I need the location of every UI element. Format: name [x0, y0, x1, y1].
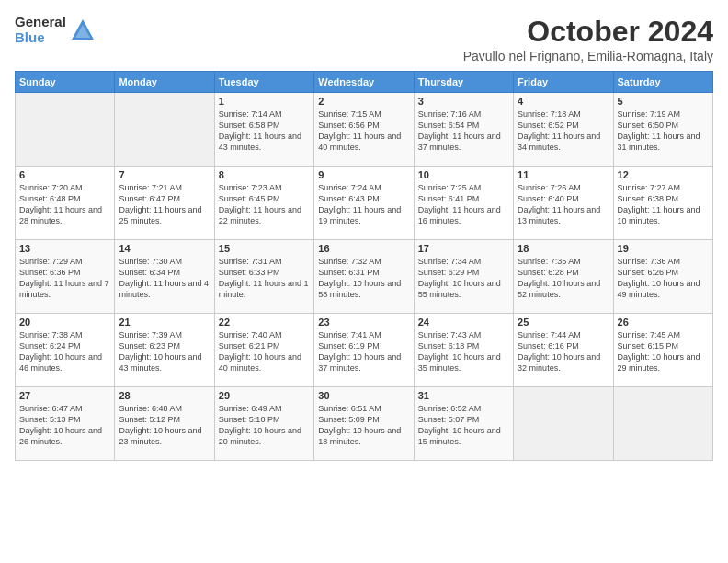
day-info: Sunrise: 6:49 AMSunset: 5:10 PMDaylight:…: [219, 403, 310, 448]
day-info: Sunrise: 7:24 AMSunset: 6:43 PMDaylight:…: [318, 182, 409, 227]
day-info: Sunrise: 7:18 AMSunset: 6:52 PMDaylight:…: [518, 109, 609, 154]
calendar-cell: 13Sunrise: 7:29 AMSunset: 6:36 PMDayligh…: [16, 240, 115, 314]
day-number: 10: [418, 169, 509, 180]
day-number: 3: [418, 96, 509, 107]
calendar-cell: 2Sunrise: 7:15 AMSunset: 6:56 PMDaylight…: [314, 93, 414, 167]
calendar-cell: 4Sunrise: 7:18 AMSunset: 6:52 PMDaylight…: [514, 93, 613, 167]
day-info: Sunrise: 7:38 AMSunset: 6:24 PMDaylight:…: [19, 329, 110, 374]
calendar-cell: 16Sunrise: 7:32 AMSunset: 6:31 PMDayligh…: [314, 240, 414, 314]
title-block: October 2024 Pavullo nel Frignano, Emili…: [463, 15, 713, 63]
calendar-cell: 15Sunrise: 7:31 AMSunset: 6:33 PMDayligh…: [214, 240, 313, 314]
day-number: 12: [618, 169, 709, 180]
calendar-cell: 29Sunrise: 6:49 AMSunset: 5:10 PMDayligh…: [214, 387, 313, 461]
calendar-week-2: 6Sunrise: 7:20 AMSunset: 6:48 PMDaylight…: [16, 167, 713, 240]
day-info: Sunrise: 7:23 AMSunset: 6:45 PMDaylight:…: [219, 182, 310, 227]
header-tuesday: Tuesday: [214, 72, 313, 93]
day-info: Sunrise: 7:36 AMSunset: 6:26 PMDaylight:…: [618, 256, 709, 301]
day-info: Sunrise: 7:21 AMSunset: 6:47 PMDaylight:…: [119, 182, 210, 227]
day-number: 2: [318, 96, 409, 107]
month-title: October 2024: [463, 15, 713, 49]
day-info: Sunrise: 6:52 AMSunset: 5:07 PMDaylight:…: [418, 403, 509, 448]
calendar-cell: 30Sunrise: 6:51 AMSunset: 5:09 PMDayligh…: [314, 387, 414, 461]
day-number: 15: [219, 243, 310, 254]
calendar-cell: [514, 387, 613, 461]
logo: General Blue: [15, 15, 96, 45]
day-number: 26: [618, 316, 709, 327]
day-number: 14: [119, 243, 210, 254]
day-number: 20: [19, 316, 110, 327]
calendar-cell: 1Sunrise: 7:14 AMSunset: 6:58 PMDaylight…: [214, 93, 313, 167]
day-number: 21: [119, 316, 210, 327]
calendar-cell: 6Sunrise: 7:20 AMSunset: 6:48 PMDaylight…: [16, 167, 115, 240]
calendar-cell: 20Sunrise: 7:38 AMSunset: 6:24 PMDayligh…: [16, 314, 115, 387]
header-saturday: Saturday: [613, 72, 712, 93]
logo-general: General: [15, 15, 66, 30]
calendar-week-3: 13Sunrise: 7:29 AMSunset: 6:36 PMDayligh…: [16, 240, 713, 314]
day-number: 5: [618, 96, 709, 107]
calendar-week-5: 27Sunrise: 6:47 AMSunset: 5:13 PMDayligh…: [16, 387, 713, 461]
day-info: Sunrise: 7:20 AMSunset: 6:48 PMDaylight:…: [19, 182, 110, 227]
calendar-cell: 22Sunrise: 7:40 AMSunset: 6:21 PMDayligh…: [214, 314, 313, 387]
day-number: 11: [518, 169, 609, 180]
calendar-cell: 18Sunrise: 7:35 AMSunset: 6:28 PMDayligh…: [514, 240, 613, 314]
day-number: 25: [518, 316, 609, 327]
calendar-cell: 5Sunrise: 7:19 AMSunset: 6:50 PMDaylight…: [613, 93, 712, 167]
day-info: Sunrise: 7:16 AMSunset: 6:54 PMDaylight:…: [418, 109, 509, 154]
calendar-cell: 10Sunrise: 7:25 AMSunset: 6:41 PMDayligh…: [414, 167, 513, 240]
day-info: Sunrise: 7:25 AMSunset: 6:41 PMDaylight:…: [418, 182, 509, 227]
calendar-cell: 12Sunrise: 7:27 AMSunset: 6:38 PMDayligh…: [613, 167, 712, 240]
day-info: Sunrise: 7:39 AMSunset: 6:23 PMDaylight:…: [119, 329, 210, 374]
day-info: Sunrise: 7:41 AMSunset: 6:19 PMDaylight:…: [318, 329, 409, 374]
calendar-cell: 25Sunrise: 7:44 AMSunset: 6:16 PMDayligh…: [514, 314, 613, 387]
logo-icon: [70, 17, 96, 43]
calendar-cell: 24Sunrise: 7:43 AMSunset: 6:18 PMDayligh…: [414, 314, 513, 387]
day-number: 27: [19, 390, 110, 401]
day-info: Sunrise: 7:45 AMSunset: 6:15 PMDaylight:…: [618, 329, 709, 374]
day-number: 6: [19, 169, 110, 180]
calendar-cell: 14Sunrise: 7:30 AMSunset: 6:34 PMDayligh…: [115, 240, 214, 314]
day-number: 19: [618, 243, 709, 254]
header-sunday: Sunday: [16, 72, 115, 93]
day-number: 29: [219, 390, 310, 401]
page-header: General Blue October 2024 Pavullo nel Fr…: [15, 15, 713, 63]
day-number: 13: [19, 243, 110, 254]
logo-blue: Blue: [15, 30, 66, 46]
calendar-cell: [115, 93, 214, 167]
calendar-cell: 28Sunrise: 6:48 AMSunset: 5:12 PMDayligh…: [115, 387, 214, 461]
header-thursday: Thursday: [414, 72, 513, 93]
calendar-cell: 3Sunrise: 7:16 AMSunset: 6:54 PMDaylight…: [414, 93, 513, 167]
day-info: Sunrise: 7:43 AMSunset: 6:18 PMDaylight:…: [418, 329, 509, 374]
calendar-cell: 9Sunrise: 7:24 AMSunset: 6:43 PMDaylight…: [314, 167, 414, 240]
day-info: Sunrise: 6:47 AMSunset: 5:13 PMDaylight:…: [19, 403, 110, 448]
day-number: 28: [119, 390, 210, 401]
day-info: Sunrise: 7:34 AMSunset: 6:29 PMDaylight:…: [418, 256, 509, 301]
calendar-week-1: 1Sunrise: 7:14 AMSunset: 6:58 PMDaylight…: [16, 93, 713, 167]
day-number: 17: [418, 243, 509, 254]
calendar-week-4: 20Sunrise: 7:38 AMSunset: 6:24 PMDayligh…: [16, 314, 713, 387]
day-number: 24: [418, 316, 509, 327]
day-number: 18: [518, 243, 609, 254]
day-info: Sunrise: 7:26 AMSunset: 6:40 PMDaylight:…: [518, 182, 609, 227]
day-number: 16: [318, 243, 409, 254]
day-info: Sunrise: 7:35 AMSunset: 6:28 PMDaylight:…: [518, 256, 609, 301]
calendar-cell: 21Sunrise: 7:39 AMSunset: 6:23 PMDayligh…: [115, 314, 214, 387]
location: Pavullo nel Frignano, Emilia-Romagna, It…: [463, 49, 713, 63]
calendar-cell: [16, 93, 115, 167]
calendar-cell: 11Sunrise: 7:26 AMSunset: 6:40 PMDayligh…: [514, 167, 613, 240]
day-number: 30: [318, 390, 409, 401]
calendar-cell: 8Sunrise: 7:23 AMSunset: 6:45 PMDaylight…: [214, 167, 313, 240]
day-info: Sunrise: 7:29 AMSunset: 6:36 PMDaylight:…: [19, 256, 110, 301]
calendar-cell: 17Sunrise: 7:34 AMSunset: 6:29 PMDayligh…: [414, 240, 513, 314]
calendar-cell: 19Sunrise: 7:36 AMSunset: 6:26 PMDayligh…: [613, 240, 712, 314]
day-number: 1: [219, 96, 310, 107]
day-info: Sunrise: 7:40 AMSunset: 6:21 PMDaylight:…: [219, 329, 310, 374]
calendar-cell: 31Sunrise: 6:52 AMSunset: 5:07 PMDayligh…: [414, 387, 513, 461]
day-number: 23: [318, 316, 409, 327]
day-info: Sunrise: 7:32 AMSunset: 6:31 PMDaylight:…: [318, 256, 409, 301]
day-number: 9: [318, 169, 409, 180]
calendar-cell: 27Sunrise: 6:47 AMSunset: 5:13 PMDayligh…: [16, 387, 115, 461]
day-info: Sunrise: 7:19 AMSunset: 6:50 PMDaylight:…: [618, 109, 709, 154]
day-info: Sunrise: 7:44 AMSunset: 6:16 PMDaylight:…: [518, 329, 609, 374]
calendar-cell: 7Sunrise: 7:21 AMSunset: 6:47 PMDaylight…: [115, 167, 214, 240]
day-number: 7: [119, 169, 210, 180]
